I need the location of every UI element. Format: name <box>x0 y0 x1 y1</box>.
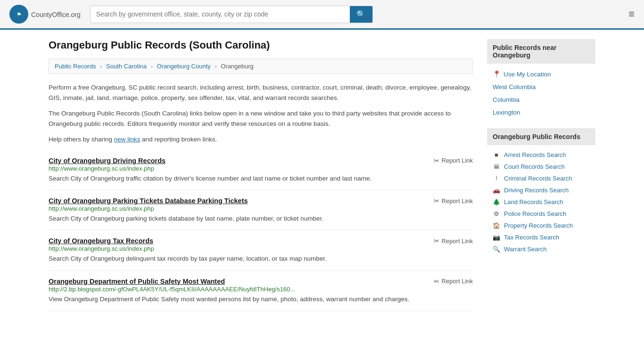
search-input[interactable] <box>91 6 350 23</box>
sidebar-nearby-section: Public Records near Orangeburg 📍 Use My … <box>487 39 595 119</box>
sidebar-record-icon: 🌲 <box>493 198 500 206</box>
sidebar-record-item: 🏛 Court Records Search <box>487 161 595 173</box>
sidebar-record-icon: 🏛 <box>493 163 500 170</box>
use-location[interactable]: 📍 Use My Location <box>487 67 595 81</box>
record-title[interactable]: City of Orangeburg Driving Records <box>49 157 429 165</box>
search-icon: 🔍 <box>356 10 366 18</box>
page-title: Orangeburg Public Records (South Carolin… <box>49 39 473 51</box>
sidebar-record-link[interactable]: Driving Records Search <box>504 187 569 194</box>
sidebar-record-icon: 🔍 <box>493 246 500 253</box>
menu-button[interactable]: ≡ <box>628 8 635 20</box>
report-link[interactable]: ✂ Report Link <box>434 278 473 285</box>
sidebar-record-link[interactable]: Warrant Search <box>504 246 547 253</box>
records-list: City of Orangeburg Driving Records ✂ Rep… <box>49 150 473 311</box>
nearby-places: West ColumbiaColumbiaLexington <box>487 81 595 119</box>
sidebar-record-icon: 📷 <box>493 234 500 241</box>
sidebar-record-icon: 🏠 <box>493 222 500 229</box>
record-desc: View Orangeburg Department of Public Saf… <box>49 295 473 304</box>
sidebar-record-link[interactable]: Court Records Search <box>504 163 565 170</box>
record-item: City of Orangeburg Driving Records ✂ Rep… <box>49 150 473 190</box>
sidebar-record-icon: 🚗 <box>493 187 500 194</box>
sidebar-record-item: ■ Arrest Records Search <box>487 149 595 161</box>
search-button[interactable]: 🔍 <box>350 6 372 23</box>
sidebar-records-title: Orangeburg Public Records <box>487 128 595 145</box>
breadcrumb-south-carolina[interactable]: South Carolina <box>106 63 147 70</box>
logo-icon: ⚑ <box>9 5 28 24</box>
description-1: Perform a free Orangeburg, SC public rec… <box>49 82 473 103</box>
sidebar-record-icon: ■ <box>493 151 500 158</box>
report-icon: ✂ <box>434 237 439 245</box>
content-area: Orangeburg Public Records (South Carolin… <box>49 39 473 311</box>
record-desc: Search City of Orangeburg delinquent tax… <box>49 254 473 263</box>
sidebar-record-link[interactable]: Criminal Records Search <box>504 175 572 182</box>
record-url[interactable]: http://www.orangeburg.sc.us/index.php <box>49 165 154 172</box>
sidebar-record-link[interactable]: Land Records Search <box>504 198 563 206</box>
sidebar-record-item: ⚙ Police Records Search <box>487 208 595 220</box>
sidebar-nearby-place: Lexington <box>487 106 595 119</box>
header: ⚑ CountyOffice.org 🔍 ≡ <box>0 0 644 30</box>
record-url[interactable]: http://www.orangeburg.sc.us/index.php <box>49 205 154 212</box>
location-icon: 📍 <box>493 70 501 78</box>
svg-text:⚑: ⚑ <box>17 11 22 18</box>
sidebar-record-item: 🚗 Driving Records Search <box>487 184 595 196</box>
record-url[interactable]: http://www.orangeburg.sc.us/index.php <box>49 245 154 252</box>
sidebar-records-section: Orangeburg Public Records ■ Arrest Recor… <box>487 128 595 255</box>
sidebar-record-icon: ⚙ <box>493 210 500 217</box>
sidebar-nearby-title: Public Records near Orangeburg <box>487 39 595 64</box>
report-link[interactable]: ✂ Report Link <box>434 237 473 245</box>
description-3: Help others by sharing new links and rep… <box>49 134 473 145</box>
record-title[interactable]: City of Orangeburg Tax Records <box>49 237 429 245</box>
sidebar-record-icon: ! <box>493 175 500 182</box>
sidebar-record-link[interactable]: Tax Records Search <box>504 234 559 241</box>
breadcrumb-orangeburg-county[interactable]: Orangeburg County <box>157 63 211 70</box>
sidebar-records-list: ■ Arrest Records Search 🏛 Court Records … <box>487 149 595 255</box>
record-desc: Search City of Orangeburg parking ticket… <box>49 214 473 223</box>
nearby-place-link[interactable]: Columbia <box>493 96 520 103</box>
record-title[interactable]: Orangeburg Department of Public Safety M… <box>49 278 429 285</box>
report-icon: ✂ <box>434 278 439 285</box>
record-title[interactable]: City of Orangeburg Parking Tickets Datab… <box>49 197 429 205</box>
record-item: City of Orangeburg Tax Records ✂ Report … <box>49 230 473 271</box>
sidebar-nearby-place: Columbia <box>487 93 595 106</box>
description-2: The Orangeburg Public Records (South Car… <box>49 108 473 129</box>
sidebar-record-item: 📷 Tax Records Search <box>487 231 595 243</box>
nearby-place-link[interactable]: West Columbia <box>493 83 536 90</box>
logo-text: CountyOffice.org <box>31 9 81 19</box>
sidebar-record-link[interactable]: Arrest Records Search <box>504 151 566 158</box>
menu-icon: ≡ <box>628 8 635 20</box>
search-bar: 🔍 <box>90 6 373 23</box>
sidebar: Public Records near Orangeburg 📍 Use My … <box>487 39 595 311</box>
report-link[interactable]: ✂ Report Link <box>434 197 473 205</box>
sidebar-record-item: 🏠 Property Records Search <box>487 220 595 231</box>
sidebar-record-item: ! Criminal Records Search <box>487 173 595 184</box>
record-item: City of Orangeburg Parking Tickets Datab… <box>49 190 473 230</box>
nearby-place-link[interactable]: Lexington <box>493 109 520 116</box>
breadcrumb-current: Orangeburg <box>221 63 253 70</box>
sidebar-record-item: 🌲 Land Records Search <box>487 196 595 208</box>
main-container: Orangeburg Public Records (South Carolin… <box>39 30 605 321</box>
breadcrumb-public-records[interactable]: Public Records <box>55 63 96 70</box>
new-links-link[interactable]: new links <box>114 136 140 143</box>
report-icon: ✂ <box>434 157 439 165</box>
record-url[interactable]: http://2.bp.blogspot.com/-gfOwPL4AK5Y/UL… <box>49 286 295 293</box>
sidebar-nearby-place: West Columbia <box>487 81 595 93</box>
report-link[interactable]: ✂ Report Link <box>434 157 473 165</box>
logo[interactable]: ⚑ CountyOffice.org <box>9 5 81 24</box>
use-location-link[interactable]: Use My Location <box>504 71 551 78</box>
record-desc: Search City of Orangeburg traffic citati… <box>49 174 473 183</box>
breadcrumb: Public Records › South Carolina › Orange… <box>49 58 473 74</box>
sidebar-record-link[interactable]: Police Records Search <box>504 210 566 217</box>
sidebar-record-link[interactable]: Property Records Search <box>504 222 573 229</box>
report-icon: ✂ <box>434 197 439 205</box>
record-item: Orangeburg Department of Public Safety M… <box>49 271 473 311</box>
sidebar-record-item: 🔍 Warrant Search <box>487 243 595 255</box>
